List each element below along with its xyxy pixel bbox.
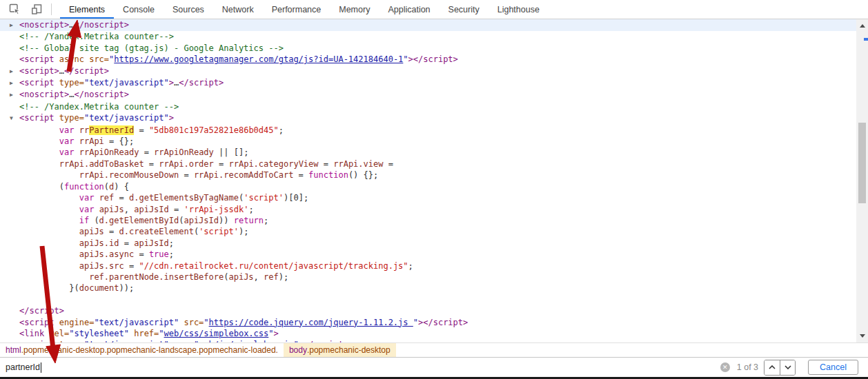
dom-tree-row[interactable]: if (d.getElementById(apiJsId)) return;: [19, 215, 856, 226]
dom-tree-row[interactable]: }(document));: [19, 283, 856, 294]
dom-tree-row[interactable]: apiJs.src = "//cdn.retailrocket.ru/conte…: [19, 260, 856, 272]
tab-sources[interactable]: Sources: [164, 0, 213, 19]
expand-arrow-icon[interactable]: ▶: [10, 90, 19, 101]
dom-tree-row[interactable]: ▶<noscript>…</noscript>: [0, 19, 856, 31]
find-bar: partnerId ✕ 1 of 3 Cancel: [0, 357, 868, 377]
resource-link[interactable]: web/css/simplebox.css: [164, 329, 269, 338]
next-match-button[interactable]: [780, 360, 795, 375]
dom-tree-row[interactable]: </script>: [19, 305, 856, 316]
tab-console[interactable]: Console: [114, 0, 164, 19]
dom-tree-row[interactable]: ref.parentNode.insertBefore(apiJs, ref);: [19, 272, 856, 283]
cancel-button[interactable]: Cancel: [808, 360, 858, 375]
resource-link[interactable]: https://www.googletagmanager.com/gtag/js…: [114, 54, 403, 64]
dom-tree-row[interactable]: apiJs = d.createElement('script');: [19, 226, 856, 237]
dom-tree-row[interactable]: <script engine="text/javascript" src="ht…: [19, 317, 856, 328]
dom-tree-row[interactable]: var rrApiOnReady = rrApiOnReady || [];: [19, 147, 856, 158]
elements-panel: ▶<noscript>…</noscript><!-- /Yandex.Metr…: [0, 19, 868, 342]
toolbar-icons: [0, 0, 48, 19]
dom-tree-row[interactable]: ▶<script>…</script>: [19, 65, 856, 77]
breadcrumb-bar: html.popmechanic-desktop.popmechanic-lan…: [0, 342, 868, 357]
toolbar-divider: [51, 3, 52, 15]
tab-memory[interactable]: Memory: [330, 0, 379, 19]
breadcrumb-body[interactable]: body.popmechanic-desktop: [284, 343, 396, 357]
tab-performance[interactable]: Performance: [263, 0, 331, 19]
previous-match-button[interactable]: [765, 360, 780, 375]
dom-tree-row[interactable]: (function(d) {: [19, 181, 856, 192]
scrollbar[interactable]: [856, 19, 868, 342]
dom-tree-row[interactable]: <link rel="stylesheet" href="web/css/sim…: [19, 328, 856, 339]
inspect-element-icon[interactable]: [6, 1, 23, 18]
dom-tree-row[interactable]: var ref = d.getElementsByTagName('script…: [19, 192, 856, 203]
dom-tree-row[interactable]: rrApi.addToBasket = rrApi.order = rrApi.…: [19, 158, 856, 170]
devtools-window: ElementsConsoleSourcesNetworkPerformance…: [0, 0, 868, 379]
dom-tree-row[interactable]: <script type="text/javascript" src="web/…: [19, 339, 856, 342]
dom-tree: ▶<noscript>…</noscript><!-- /Yandex.Metr…: [0, 19, 856, 342]
match-count: 1 of 3: [737, 362, 758, 372]
dom-tree-row[interactable]: apiJs.id = apiJsId;: [19, 238, 856, 249]
dom-tree-row[interactable]: ▶<script type="text/javascript">…</scrip…: [19, 77, 856, 89]
search-input[interactable]: partnerId: [6, 362, 720, 373]
match-nav-group: [764, 360, 796, 376]
scrollbar-up-icon[interactable]: [856, 21, 868, 30]
dom-tree-row[interactable]: <!-- Global site tag (gtag.js) - Google …: [19, 43, 856, 54]
text-caret: [41, 362, 41, 373]
dom-tree-row[interactable]: var rrApi = {};: [19, 136, 856, 147]
breadcrumb-classes: .popmechanic-desktop: [307, 345, 391, 355]
resource-link[interactable]: https://code.jquery.com/jquery-1.11.2.js: [209, 318, 413, 327]
expand-arrow-icon[interactable]: ▶: [10, 66, 19, 77]
dom-tree-row[interactable]: var apiJs, apiJsId = 'rrApi-jssdk';: [19, 204, 856, 215]
tab-application[interactable]: Application: [379, 0, 439, 19]
tab-lighthouse[interactable]: Lighthouse: [489, 0, 549, 19]
dom-tree-row[interactable]: [19, 294, 856, 305]
dom-tree-row[interactable]: <!-- /Yandex.Metrika counter-->: [19, 31, 856, 42]
breadcrumb-classes: .popmechanic-desktop.popmechanic-landsca…: [21, 345, 278, 355]
dom-tree-row[interactable]: ▼<script type="text/javascript">: [19, 112, 856, 124]
devtools-toolbar: ElementsConsoleSourcesNetworkPerformance…: [0, 0, 868, 19]
search-query-text: partnerId: [6, 362, 40, 372]
breadcrumb-tag: body: [289, 345, 307, 355]
tab-security[interactable]: Security: [440, 0, 489, 19]
dom-tree-row[interactable]: var rrPartnerId = "5db801c197a52821e86b0…: [19, 125, 856, 136]
expand-arrow-icon[interactable]: ▶: [10, 78, 19, 89]
dom-tree-row[interactable]: <script async src="https://www.googletag…: [19, 54, 856, 65]
expand-arrow-icon[interactable]: ▼: [10, 113, 19, 124]
breadcrumb-tag: html: [6, 345, 21, 355]
clear-search-icon[interactable]: ✕: [720, 362, 730, 372]
scrollbar-down-icon[interactable]: [856, 331, 868, 340]
search-match-highlight: PartnerId: [89, 125, 134, 135]
dom-tree-row[interactable]: ▶<noscript>…</noscript>: [19, 89, 856, 101]
search-result-marker: [864, 38, 868, 41]
dom-tree-row[interactable]: rrApi.recomMouseDown = rrApi.recomAddToC…: [19, 170, 856, 181]
panel-tabs: ElementsConsoleSourcesNetworkPerformance…: [60, 0, 549, 19]
dom-tree-row[interactable]: <!-- /Yandex.Metrika counter -->: [19, 101, 856, 112]
toggle-device-toolbar-icon[interactable]: [28, 1, 46, 18]
dom-tree-row[interactable]: apiJs.async = true;: [19, 249, 856, 260]
scrollbar-thumb[interactable]: [858, 123, 866, 203]
breadcrumb-html[interactable]: html.popmechanic-desktop.popmechanic-lan…: [0, 343, 284, 357]
expand-arrow-icon[interactable]: ▶: [10, 20, 19, 31]
resource-link[interactable]: web/js/simplebox.js: [199, 340, 293, 342]
tab-elements[interactable]: Elements: [60, 0, 114, 19]
tab-network[interactable]: Network: [213, 0, 263, 19]
